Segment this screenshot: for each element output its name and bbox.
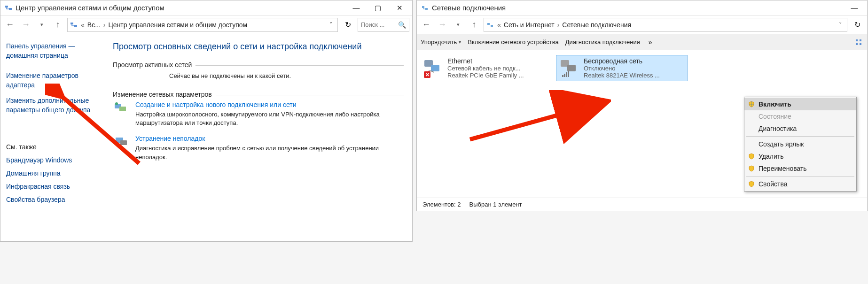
breadcrumb-current[interactable]: Центр управления сетями и общим доступом: [108, 21, 324, 29]
troubleshoot-icon: [113, 135, 130, 148]
ctx-properties[interactable]: Свойства: [744, 178, 856, 190]
search-icon: 🔍: [398, 21, 406, 29]
adapter-status: Сетевой кабель не подк...: [447, 65, 548, 72]
minimize-button[interactable]: —: [844, 1, 865, 15]
sidebar-firewall[interactable]: Брандмауэр Windows: [6, 156, 105, 164]
active-networks-title: Просмотр активных сетей: [113, 61, 192, 69]
svg-rect-18: [431, 65, 439, 71]
breadcrumb-dropdown[interactable]: ˅: [327, 21, 336, 28]
window-title: Сетевые подключения: [432, 4, 844, 12]
adapter-ethernet[interactable]: ✕ Ethernet Сетевой кабель не подк... Rea…: [420, 55, 551, 81]
minimize-button[interactable]: —: [345, 1, 367, 15]
wifi-icon: [559, 57, 580, 78]
sidebar-sharing-settings[interactable]: Изменить дополнительные параметры общего…: [6, 96, 105, 115]
up-button[interactable]: ↑: [51, 18, 64, 31]
view-options-button[interactable]: [854, 38, 863, 47]
new-connection-icon: [113, 101, 130, 114]
adapter-device: Realtek PCIe GbE Family ...: [447, 72, 548, 79]
window-icon: [421, 4, 429, 12]
breadcrumb-parent[interactable]: Сеть и Интернет: [504, 21, 555, 29]
rule: [195, 65, 404, 66]
svg-rect-16: [860, 43, 861, 45]
svg-rect-1: [9, 8, 12, 10]
breadcrumb-dropdown[interactable]: ˅: [836, 21, 845, 28]
signal-bars-icon: [562, 70, 570, 77]
context-separator: [746, 176, 854, 177]
status-count: Элементов: 2: [422, 201, 461, 208]
active-networks-msg: Сейчас вы не подключены ни к какой сети.: [169, 72, 404, 79]
chevron-left-icon: «: [497, 21, 501, 29]
network-center-window: Центр управления сетями и общим доступом…: [0, 0, 413, 242]
shield-icon: [748, 181, 755, 187]
context-menu: Включить Состояние Диагностика Создать я…: [744, 97, 857, 192]
window-icon: [4, 4, 13, 12]
maximize-button[interactable]: ▢: [367, 1, 389, 15]
svg-rect-10: [425, 8, 428, 10]
breadcrumb-current[interactable]: Сетевые подключения: [562, 21, 833, 29]
adapter-wireless[interactable]: Беспроводная сеть Отключено Realtek 8821…: [556, 55, 688, 81]
svg-rect-22: [564, 74, 565, 77]
ctx-diagnose[interactable]: Диагностика: [744, 123, 856, 135]
ctx-delete[interactable]: Удалить: [744, 150, 856, 162]
breadcrumb[interactable]: « Вс... › Центр управления сетями и общи…: [67, 18, 338, 32]
error-badge-icon: ✕: [424, 71, 430, 78]
svg-rect-14: [860, 39, 861, 41]
toolbar: Упорядочить▾ Включение сетевого устройст…: [417, 34, 867, 50]
refresh-button[interactable]: ↻: [341, 18, 355, 32]
shield-icon: [748, 165, 755, 172]
breadcrumb[interactable]: « Сеть и Интернет › Сетевые подключения …: [484, 18, 847, 32]
shield-icon: [748, 153, 755, 160]
diagnose-button[interactable]: Диагностика подключения: [565, 38, 640, 46]
svg-rect-24: [568, 71, 569, 77]
address-bar: ← → ▾ ↑ « Вс... › Центр управления сетям…: [0, 15, 412, 34]
search-input[interactable]: [361, 21, 396, 28]
chevron-left-icon: «: [81, 21, 85, 29]
breadcrumb-icon: [70, 21, 78, 29]
status-selected: Выбран 1 элемент: [469, 201, 522, 208]
sidebar-infrared[interactable]: Инфракрасная связь: [6, 183, 105, 190]
titlebar: Сетевые подключения —: [417, 0, 867, 15]
svg-rect-15: [856, 43, 858, 45]
breadcrumb-parent[interactable]: Вс...: [87, 21, 101, 29]
toolbar-overflow[interactable]: »: [647, 38, 654, 46]
svg-rect-0: [5, 6, 8, 8]
svg-point-6: [115, 102, 118, 105]
ctx-shortcut[interactable]: Создать ярлык: [744, 138, 856, 150]
close-button[interactable]: ✕: [389, 1, 410, 15]
sidebar: Панель управления — домашняя страница Из…: [0, 34, 111, 241]
arrange-menu[interactable]: Упорядочить▾: [421, 38, 461, 46]
adapter-name: Ethernet: [447, 57, 548, 65]
back-button[interactable]: ←: [420, 18, 433, 31]
svg-rect-23: [566, 72, 567, 77]
sidebar-homegroup[interactable]: Домашняя группа: [6, 169, 105, 177]
refresh-button[interactable]: ↻: [850, 18, 864, 32]
adapter-status: Отключено: [584, 65, 684, 72]
back-button[interactable]: ←: [3, 18, 16, 31]
search-box[interactable]: 🔍: [358, 18, 409, 32]
troubleshoot-link[interactable]: Устранение неполадок: [135, 135, 380, 142]
new-connection-desc: Настройка широкополосного, коммутируемог…: [135, 110, 380, 127]
ctx-enable[interactable]: Включить: [744, 98, 856, 110]
svg-rect-5: [119, 107, 126, 111]
sidebar-browser-props[interactable]: Свойства браузера: [6, 196, 105, 203]
history-dropdown[interactable]: ▾: [35, 18, 48, 31]
up-button[interactable]: ↑: [468, 18, 481, 31]
forward-button[interactable]: →: [436, 18, 449, 31]
sidebar-adapter-settings[interactable]: Изменение параметров адаптера: [6, 71, 105, 90]
ctx-rename[interactable]: Переименовать: [744, 162, 856, 175]
sidebar-home[interactable]: Панель управления — домашняя страница: [6, 42, 105, 60]
troubleshoot-desc: Диагностика и исправление проблем с сеть…: [135, 144, 380, 161]
chevron-right-icon: ›: [557, 21, 560, 29]
svg-rect-11: [487, 23, 490, 25]
shield-icon: [748, 101, 755, 107]
svg-rect-2: [70, 23, 73, 24]
sidebar-seealso-title: См. также: [6, 143, 105, 151]
network-connections-window: Сетевые подключения — ← → ▾ ↑ « Сеть и И…: [416, 0, 868, 211]
rule: [216, 95, 404, 95]
adapter-name: Беспроводная сеть: [584, 57, 684, 65]
forward-button[interactable]: →: [19, 18, 32, 31]
adapter-device: Realtek 8821AE Wireless ...: [584, 72, 684, 79]
enable-device-button[interactable]: Включение сетевого устройства: [468, 38, 558, 46]
history-dropdown[interactable]: ▾: [452, 18, 465, 31]
new-connection-link[interactable]: Создание и настройка нового подключения …: [135, 101, 380, 108]
